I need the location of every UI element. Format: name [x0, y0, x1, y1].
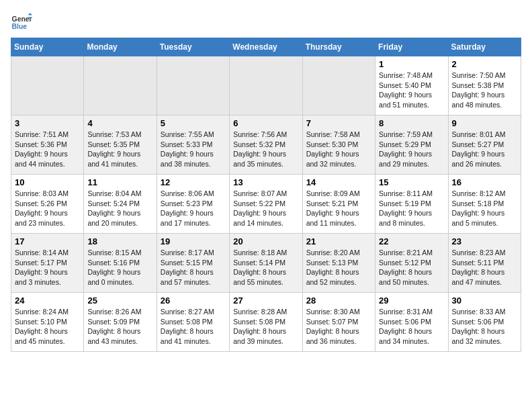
day-number: 27	[233, 295, 298, 306]
day-number: 3	[15, 118, 80, 128]
calendar-cell: 28Sunrise: 8:30 AM Sunset: 5:07 PM Dayli…	[302, 293, 375, 352]
calendar-cell: 17Sunrise: 8:14 AM Sunset: 5:17 PM Dayli…	[11, 234, 84, 293]
day-info: Sunrise: 7:55 AM Sunset: 5:33 PM Dayligh…	[161, 130, 226, 169]
calendar-cell: 19Sunrise: 8:17 AM Sunset: 5:15 PM Dayli…	[157, 234, 229, 293]
calendar-cell	[11, 56, 84, 116]
days-of-week-row: SundayMondayTuesdayWednesdayThursdayFrid…	[11, 38, 521, 56]
day-info: Sunrise: 8:17 AM Sunset: 5:15 PM Dayligh…	[161, 248, 226, 287]
calendar-cell: 12Sunrise: 8:06 AM Sunset: 5:23 PM Dayli…	[157, 175, 229, 234]
day-info: Sunrise: 8:26 AM Sunset: 5:09 PM Dayligh…	[87, 307, 152, 347]
calendar-body: 1Sunrise: 7:48 AM Sunset: 5:40 PM Daylig…	[11, 56, 521, 352]
calendar-cell: 1Sunrise: 7:48 AM Sunset: 5:40 PM Daylig…	[375, 56, 448, 116]
calendar-cell: 9Sunrise: 8:01 AM Sunset: 5:27 PM Daylig…	[448, 116, 521, 175]
calendar-cell: 8Sunrise: 7:59 AM Sunset: 5:29 PM Daylig…	[375, 116, 448, 175]
day-number: 8	[379, 118, 444, 128]
calendar-cell: 14Sunrise: 8:09 AM Sunset: 5:21 PM Dayli…	[302, 175, 375, 234]
day-number: 2	[452, 59, 517, 69]
dow-header: Tuesday	[157, 38, 229, 56]
calendar-cell: 30Sunrise: 8:33 AM Sunset: 5:06 PM Dayli…	[448, 293, 521, 352]
day-number: 7	[306, 118, 371, 128]
dow-header: Thursday	[302, 38, 375, 56]
day-number: 28	[306, 295, 371, 306]
dow-header: Saturday	[448, 38, 521, 56]
calendar-cell: 11Sunrise: 8:04 AM Sunset: 5:24 PM Dayli…	[84, 175, 157, 234]
day-info: Sunrise: 8:33 AM Sunset: 5:06 PM Dayligh…	[452, 307, 517, 347]
dow-header: Wednesday	[230, 38, 302, 56]
dow-header: Sunday	[11, 38, 84, 56]
calendar-week-row: 17Sunrise: 8:14 AM Sunset: 5:17 PM Dayli…	[11, 234, 521, 293]
calendar-cell: 6Sunrise: 7:56 AM Sunset: 5:32 PM Daylig…	[230, 116, 302, 175]
day-info: Sunrise: 8:31 AM Sunset: 5:06 PM Dayligh…	[379, 307, 444, 347]
logo: General Blue	[11, 11, 35, 32]
day-number: 1	[379, 59, 444, 69]
calendar-cell: 24Sunrise: 8:24 AM Sunset: 5:10 PM Dayli…	[11, 293, 84, 352]
day-number: 29	[379, 295, 444, 306]
day-info: Sunrise: 7:48 AM Sunset: 5:40 PM Dayligh…	[379, 71, 444, 110]
day-number: 23	[452, 236, 517, 246]
day-info: Sunrise: 8:28 AM Sunset: 5:08 PM Dayligh…	[233, 307, 298, 347]
calendar-cell: 23Sunrise: 8:23 AM Sunset: 5:11 PM Dayli…	[448, 234, 521, 293]
day-number: 20	[233, 236, 298, 246]
calendar-cell: 16Sunrise: 8:12 AM Sunset: 5:18 PM Dayli…	[448, 175, 521, 234]
day-number: 18	[87, 236, 152, 246]
calendar-cell: 13Sunrise: 8:07 AM Sunset: 5:22 PM Dayli…	[230, 175, 302, 234]
calendar-cell: 3Sunrise: 7:51 AM Sunset: 5:36 PM Daylig…	[11, 116, 84, 175]
day-number: 30	[452, 295, 517, 306]
day-info: Sunrise: 8:18 AM Sunset: 5:14 PM Dayligh…	[233, 248, 298, 287]
calendar-cell: 27Sunrise: 8:28 AM Sunset: 5:08 PM Dayli…	[230, 293, 302, 352]
calendar-cell	[230, 56, 302, 116]
calendar-cell	[84, 56, 157, 116]
calendar-cell: 21Sunrise: 8:20 AM Sunset: 5:13 PM Dayli…	[302, 234, 375, 293]
header: General Blue	[11, 11, 521, 32]
calendar-week-row: 1Sunrise: 7:48 AM Sunset: 5:40 PM Daylig…	[11, 56, 521, 116]
calendar-week-row: 3Sunrise: 7:51 AM Sunset: 5:36 PM Daylig…	[11, 116, 521, 175]
day-number: 6	[233, 118, 298, 128]
day-info: Sunrise: 8:06 AM Sunset: 5:23 PM Dayligh…	[161, 189, 226, 228]
calendar-cell: 26Sunrise: 8:27 AM Sunset: 5:08 PM Dayli…	[157, 293, 229, 352]
day-info: Sunrise: 8:21 AM Sunset: 5:12 PM Dayligh…	[379, 248, 444, 287]
day-info: Sunrise: 8:11 AM Sunset: 5:19 PM Dayligh…	[379, 189, 444, 228]
day-info: Sunrise: 8:01 AM Sunset: 5:27 PM Dayligh…	[452, 130, 517, 169]
calendar-cell: 5Sunrise: 7:55 AM Sunset: 5:33 PM Daylig…	[157, 116, 229, 175]
day-number: 21	[306, 236, 371, 246]
logo-icon: General Blue	[11, 11, 32, 32]
day-number: 13	[233, 177, 298, 187]
day-info: Sunrise: 8:23 AM Sunset: 5:11 PM Dayligh…	[452, 248, 517, 287]
day-info: Sunrise: 7:53 AM Sunset: 5:35 PM Dayligh…	[87, 130, 152, 169]
day-info: Sunrise: 8:12 AM Sunset: 5:18 PM Dayligh…	[452, 189, 517, 228]
calendar-week-row: 24Sunrise: 8:24 AM Sunset: 5:10 PM Dayli…	[11, 293, 521, 352]
calendar-cell: 25Sunrise: 8:26 AM Sunset: 5:09 PM Dayli…	[84, 293, 157, 352]
svg-text:General: General	[12, 15, 32, 23]
svg-marker-2	[28, 13, 32, 15]
svg-text:Blue: Blue	[12, 23, 28, 30]
calendar-cell: 7Sunrise: 7:58 AM Sunset: 5:30 PM Daylig…	[302, 116, 375, 175]
day-info: Sunrise: 8:14 AM Sunset: 5:17 PM Dayligh…	[15, 248, 80, 287]
day-number: 14	[306, 177, 371, 187]
day-info: Sunrise: 8:04 AM Sunset: 5:24 PM Dayligh…	[87, 189, 152, 228]
day-number: 5	[161, 118, 226, 128]
day-info: Sunrise: 7:56 AM Sunset: 5:32 PM Dayligh…	[233, 130, 298, 169]
day-number: 26	[161, 295, 226, 306]
calendar-cell: 18Sunrise: 8:15 AM Sunset: 5:16 PM Dayli…	[84, 234, 157, 293]
dow-header: Monday	[84, 38, 157, 56]
dow-header: Friday	[375, 38, 448, 56]
day-number: 24	[15, 295, 80, 306]
day-info: Sunrise: 8:03 AM Sunset: 5:26 PM Dayligh…	[15, 189, 80, 228]
day-info: Sunrise: 8:20 AM Sunset: 5:13 PM Dayligh…	[306, 248, 371, 287]
day-info: Sunrise: 8:30 AM Sunset: 5:07 PM Dayligh…	[306, 307, 371, 347]
day-info: Sunrise: 8:15 AM Sunset: 5:16 PM Dayligh…	[87, 248, 152, 287]
calendar-cell: 22Sunrise: 8:21 AM Sunset: 5:12 PM Dayli…	[375, 234, 448, 293]
day-number: 10	[15, 177, 80, 187]
calendar-cell: 10Sunrise: 8:03 AM Sunset: 5:26 PM Dayli…	[11, 175, 84, 234]
day-info: Sunrise: 8:27 AM Sunset: 5:08 PM Dayligh…	[161, 307, 226, 347]
day-number: 22	[379, 236, 444, 246]
calendar-cell: 2Sunrise: 7:50 AM Sunset: 5:38 PM Daylig…	[448, 56, 521, 116]
day-info: Sunrise: 8:09 AM Sunset: 5:21 PM Dayligh…	[306, 189, 371, 228]
day-info: Sunrise: 7:58 AM Sunset: 5:30 PM Dayligh…	[306, 130, 371, 169]
day-number: 16	[452, 177, 517, 187]
day-info: Sunrise: 7:59 AM Sunset: 5:29 PM Dayligh…	[379, 130, 444, 169]
calendar-cell: 29Sunrise: 8:31 AM Sunset: 5:06 PM Dayli…	[375, 293, 448, 352]
day-info: Sunrise: 7:50 AM Sunset: 5:38 PM Dayligh…	[452, 71, 517, 110]
calendar-cell: 15Sunrise: 8:11 AM Sunset: 5:19 PM Dayli…	[375, 175, 448, 234]
day-info: Sunrise: 7:51 AM Sunset: 5:36 PM Dayligh…	[15, 130, 80, 169]
